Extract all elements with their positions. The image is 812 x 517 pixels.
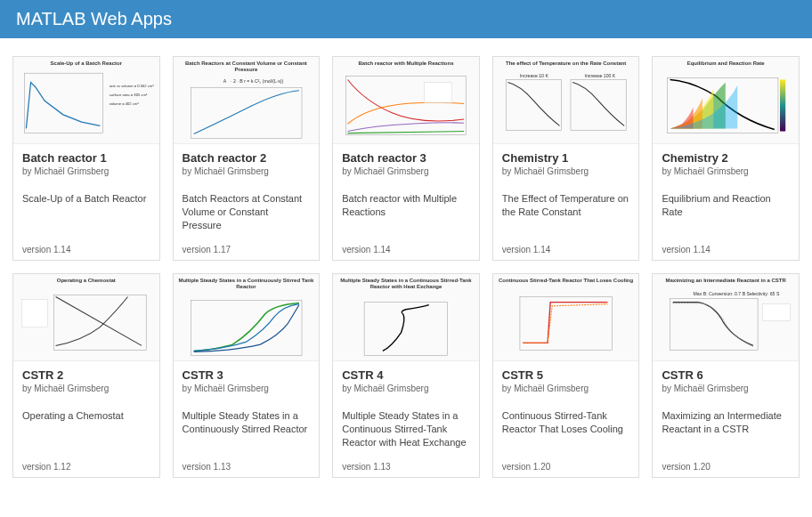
app-version: version 1.13 xyxy=(342,462,470,472)
app-thumbnail: The effect of Temperature on the Rate Co… xyxy=(493,57,639,144)
app-info: Batch reactor 2 by Michaël Grimsberg Bat… xyxy=(174,144,320,260)
app-description: Multiple Steady States in a Continuous S… xyxy=(342,409,470,449)
app-version: version 1.14 xyxy=(662,245,790,254)
svg-text:A → 2 ∙ B    r = k·C²ₐ (mol/(L: A → 2 ∙ B r = k·C²ₐ (mol/(L·s)) xyxy=(223,79,283,85)
svg-rect-20 xyxy=(763,303,791,320)
svg-rect-17 xyxy=(364,303,447,356)
thumb-title: Maximizing an Intermediate Reactant in a… xyxy=(666,278,786,284)
app-title: Batch reactor 2 xyxy=(183,151,311,165)
app-description: Multiple Steady States in a Continuously… xyxy=(183,409,311,449)
thumb-title: Equilibrium and Reaction Rate xyxy=(687,61,765,67)
app-description: Equilibrium and Reaction Rate xyxy=(662,192,790,232)
app-card[interactable]: Continuous Stirred-Tank Reactor That Los… xyxy=(492,273,640,478)
app-author: by Michaël Grimsberg xyxy=(183,384,311,393)
app-info: CSTR 2 by Michaël Grimsberg Operating a … xyxy=(13,361,159,477)
svg-text:surface area = 305 cm²: surface area = 305 cm² xyxy=(110,93,148,97)
thumb-title: Batch reactor with Multiple Reactions xyxy=(358,61,453,67)
app-version: version 1.14 xyxy=(502,245,630,254)
app-description: Operating a Chemostat xyxy=(22,409,150,449)
thumb-title: Operating a Chemostat xyxy=(57,278,116,284)
app-description: Batch Reactors at Constant Volume or Con… xyxy=(183,192,311,232)
app-card[interactable]: Batch Reactors at Constant Volume or Con… xyxy=(173,56,321,261)
app-thumbnail: Multiple Steady States in a Continuously… xyxy=(174,274,320,361)
app-card[interactable]: Multiple Steady States in a Continuous S… xyxy=(332,273,480,478)
svg-text:Increase 10 K: Increase 10 K xyxy=(520,73,548,78)
app-author: by Michaël Grimsberg xyxy=(502,166,630,176)
thumb-title: Batch Reactors at Constant Volume or Con… xyxy=(177,61,316,72)
app-card[interactable]: The effect of Temperature on the Rate Co… xyxy=(492,56,640,261)
thumb-title: Continuous Stirred-Tank Reactor That Los… xyxy=(499,278,633,284)
app-version: version 1.20 xyxy=(662,462,790,472)
app-title: CSTR 5 xyxy=(502,368,630,382)
app-card[interactable]: Multiple Steady States in a Continuously… xyxy=(173,273,321,478)
app-author: by Michaël Grimsberg xyxy=(502,384,630,393)
app-author: by Michaël Grimsberg xyxy=(22,166,150,176)
svg-text:volume = 402 cm³: volume = 402 cm³ xyxy=(110,101,140,106)
app-version: version 1.14 xyxy=(342,245,470,254)
app-thumbnail: Operating a Chemostat xyxy=(13,274,159,361)
svg-rect-7 xyxy=(425,82,452,102)
app-description: Continuous Stirred-Tank Reactor That Los… xyxy=(502,409,630,449)
app-author: by Michaël Grimsberg xyxy=(662,166,790,176)
svg-rect-13 xyxy=(780,79,785,131)
app-version: version 1.13 xyxy=(183,462,311,472)
app-author: by Michaël Grimsberg xyxy=(342,166,470,176)
svg-text:Increase 100 K: Increase 100 K xyxy=(584,73,615,78)
thumb-title: The effect of Temperature on the Rate Co… xyxy=(506,61,626,67)
svg-rect-8 xyxy=(506,79,561,130)
app-description: Maximizing an Intermediate Reactant in a… xyxy=(662,409,790,449)
svg-text:Max B: Conversion: 0.7 B Selec: Max B: Conversion: 0.7 B Selectivity: 65… xyxy=(694,291,780,296)
app-info: CSTR 3 by Michaël Grimsberg Multiple Ste… xyxy=(174,361,320,477)
app-thumbnail: Batch Reactors at Constant Volume or Con… xyxy=(174,57,320,144)
app-description: Batch reactor with Multiple Reactions xyxy=(342,192,470,232)
app-thumbnail: Scale-Up of a Batch Reactor rate vs volu… xyxy=(13,57,159,144)
app-card[interactable]: Scale-Up of a Batch Reactor rate vs volu… xyxy=(12,56,160,261)
app-info: CSTR 5 by Michaël Grimsberg Continuous S… xyxy=(493,361,639,477)
app-thumbnail: Batch reactor with Multiple Reactions xyxy=(333,57,479,144)
thumb-title: Multiple Steady States in a Continuously… xyxy=(177,278,316,289)
app-thumbnail: Continuous Stirred-Tank Reactor That Los… xyxy=(493,274,639,361)
app-thumbnail: Multiple Steady States in a Continuous S… xyxy=(333,274,479,361)
app-title: CSTR 3 xyxy=(183,368,311,382)
app-card[interactable]: Batch reactor with Multiple Reactions Ba… xyxy=(332,56,480,261)
app-author: by Michaël Grimsberg xyxy=(342,384,470,393)
thumb-title: Multiple Steady States in a Continuous S… xyxy=(337,278,475,289)
app-info: Batch reactor 1 by Michaël Grimsberg Sca… xyxy=(13,144,159,260)
app-version: version 1.20 xyxy=(502,462,630,472)
app-title: Batch reactor 1 xyxy=(22,151,150,165)
app-info: Batch reactor 3 by Michaël Grimsberg Bat… xyxy=(333,144,479,260)
apps-grid: Scale-Up of a Batch Reactor rate vs volu… xyxy=(0,38,812,496)
svg-rect-15 xyxy=(21,299,47,327)
app-card[interactable]: Equilibrium and Reaction Rate xyxy=(652,56,800,261)
app-description: Scale-Up of a Batch Reactor xyxy=(22,192,150,232)
app-title: CSTR 6 xyxy=(662,368,790,382)
page-header: MATLAB Web Apps xyxy=(0,0,812,38)
svg-rect-9 xyxy=(571,79,626,130)
app-version: version 1.14 xyxy=(22,245,150,254)
app-description: The Effect of Temperature on the Rate Co… xyxy=(502,192,630,232)
app-author: by Michaël Grimsberg xyxy=(22,384,150,393)
svg-rect-19 xyxy=(670,298,759,350)
app-author: by Michaël Grimsberg xyxy=(662,384,790,393)
app-info: Chemistry 1 by Michaël Grimsberg The Eff… xyxy=(493,144,639,260)
app-version: version 1.12 xyxy=(22,462,150,472)
app-thumbnail: Equilibrium and Reaction Rate xyxy=(653,57,799,144)
app-info: CSTR 6 by Michaël Grimsberg Maximizing a… xyxy=(653,361,799,477)
app-title: Chemistry 2 xyxy=(662,151,790,165)
page-title: MATLAB Web Apps xyxy=(16,9,172,28)
app-card[interactable]: Operating a Chemostat CSTR 2 by Michaël … xyxy=(12,273,160,478)
app-thumbnail: Maximizing an Intermediate Reactant in a… xyxy=(653,274,799,361)
app-title: CSTR 4 xyxy=(342,368,470,382)
svg-text:rate vs volume = 0.562 cm³: rate vs volume = 0.562 cm³ xyxy=(110,83,154,87)
app-title: Batch reactor 3 xyxy=(342,151,470,165)
app-card[interactable]: Maximizing an Intermediate Reactant in a… xyxy=(652,273,800,478)
app-author: by Michaël Grimsberg xyxy=(183,166,311,176)
app-version: version 1.17 xyxy=(183,245,311,254)
thumb-title: Scale-Up of a Batch Reactor xyxy=(51,61,122,67)
app-info: Chemistry 2 by Michaël Grimsberg Equilib… xyxy=(653,144,799,260)
svg-rect-4 xyxy=(191,88,301,139)
app-title: Chemistry 1 xyxy=(502,151,630,165)
app-info: CSTR 4 by Michaël Grimsberg Multiple Ste… xyxy=(333,361,479,477)
app-title: CSTR 2 xyxy=(22,368,150,382)
